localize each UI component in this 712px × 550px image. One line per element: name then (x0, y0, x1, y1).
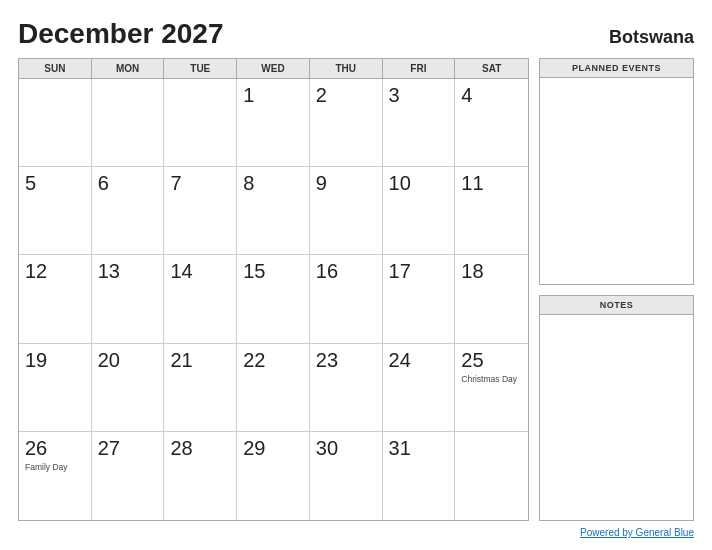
table-row: 20 (92, 344, 165, 432)
day-header-tue: TUE (164, 59, 237, 78)
day-header-sun: SUN (19, 59, 92, 78)
cell-date: 21 (170, 349, 230, 372)
cell-event: Family Day (25, 462, 85, 472)
cell-date: 2 (316, 84, 376, 107)
cell-date: 3 (389, 84, 449, 107)
table-row: 8 (237, 167, 310, 255)
table-row: 10 (383, 167, 456, 255)
cell-date: 13 (98, 260, 158, 283)
table-row: 19 (19, 344, 92, 432)
day-header-thu: THU (310, 59, 383, 78)
table-row: 25Christmas Day (455, 344, 528, 432)
cell-date: 5 (25, 172, 85, 195)
powered-by-link[interactable]: Powered by General Blue (580, 527, 694, 538)
table-row: 23 (310, 344, 383, 432)
cell-date: 29 (243, 437, 303, 460)
cell-date: 26 (25, 437, 85, 460)
table-row: 7 (164, 167, 237, 255)
calendar: SUNMONTUEWEDTHUFRISAT 123456789101112131… (18, 58, 529, 521)
table-row: 17 (383, 255, 456, 343)
cell-date: 18 (461, 260, 522, 283)
table-row: 26Family Day (19, 432, 92, 520)
table-row: 15 (237, 255, 310, 343)
cell-date: 11 (461, 172, 522, 195)
table-row (19, 79, 92, 167)
cell-date: 30 (316, 437, 376, 460)
cell-event: Christmas Day (461, 374, 522, 384)
cell-date: 9 (316, 172, 376, 195)
table-row: 9 (310, 167, 383, 255)
table-row: 30 (310, 432, 383, 520)
cell-date: 31 (389, 437, 449, 460)
table-row: 5 (19, 167, 92, 255)
cell-date: 22 (243, 349, 303, 372)
cell-date: 19 (25, 349, 85, 372)
cell-date: 14 (170, 260, 230, 283)
table-row: 21 (164, 344, 237, 432)
table-row: 4 (455, 79, 528, 167)
table-row: 24 (383, 344, 456, 432)
footer: Powered by General Blue (18, 527, 694, 538)
table-row: 1 (237, 79, 310, 167)
table-row: 31 (383, 432, 456, 520)
cell-date: 28 (170, 437, 230, 460)
planned-events-body (540, 78, 693, 284)
page: December 2027 Botswana SUNMONTUEWEDTHUFR… (0, 0, 712, 550)
cell-date: 8 (243, 172, 303, 195)
table-row: 29 (237, 432, 310, 520)
table-row: 3 (383, 79, 456, 167)
table-row: 28 (164, 432, 237, 520)
header: December 2027 Botswana (18, 18, 694, 50)
table-row: 11 (455, 167, 528, 255)
table-row: 16 (310, 255, 383, 343)
cell-date: 7 (170, 172, 230, 195)
cell-date: 10 (389, 172, 449, 195)
cell-date: 15 (243, 260, 303, 283)
day-header-sat: SAT (455, 59, 528, 78)
notes-body (540, 315, 693, 521)
cell-date: 27 (98, 437, 158, 460)
table-row: 13 (92, 255, 165, 343)
calendar-grid: 1234567891011121314151617181920212223242… (19, 79, 528, 520)
planned-events-panel: PLANNED EVENTS (539, 58, 694, 285)
cell-date: 20 (98, 349, 158, 372)
table-row: 12 (19, 255, 92, 343)
cell-date: 25 (461, 349, 522, 372)
day-header-wed: WED (237, 59, 310, 78)
day-header-mon: MON (92, 59, 165, 78)
cell-date: 6 (98, 172, 158, 195)
cell-date: 17 (389, 260, 449, 283)
day-headers: SUNMONTUEWEDTHUFRISAT (19, 59, 528, 79)
cell-date: 1 (243, 84, 303, 107)
table-row: 27 (92, 432, 165, 520)
cell-date: 16 (316, 260, 376, 283)
table-row: 2 (310, 79, 383, 167)
planned-events-header: PLANNED EVENTS (540, 59, 693, 78)
table-row: 22 (237, 344, 310, 432)
cell-date: 12 (25, 260, 85, 283)
table-row (455, 432, 528, 520)
cell-date: 23 (316, 349, 376, 372)
cell-date: 24 (389, 349, 449, 372)
table-row (92, 79, 165, 167)
table-row: 6 (92, 167, 165, 255)
notes-header: NOTES (540, 296, 693, 315)
right-section: PLANNED EVENTS NOTES (539, 58, 694, 521)
table-row: 18 (455, 255, 528, 343)
table-row (164, 79, 237, 167)
notes-panel: NOTES (539, 295, 694, 522)
country-label: Botswana (609, 27, 694, 48)
table-row: 14 (164, 255, 237, 343)
main-area: SUNMONTUEWEDTHUFRISAT 123456789101112131… (18, 58, 694, 521)
day-header-fri: FRI (383, 59, 456, 78)
cell-date: 4 (461, 84, 522, 107)
page-title: December 2027 (18, 18, 223, 50)
